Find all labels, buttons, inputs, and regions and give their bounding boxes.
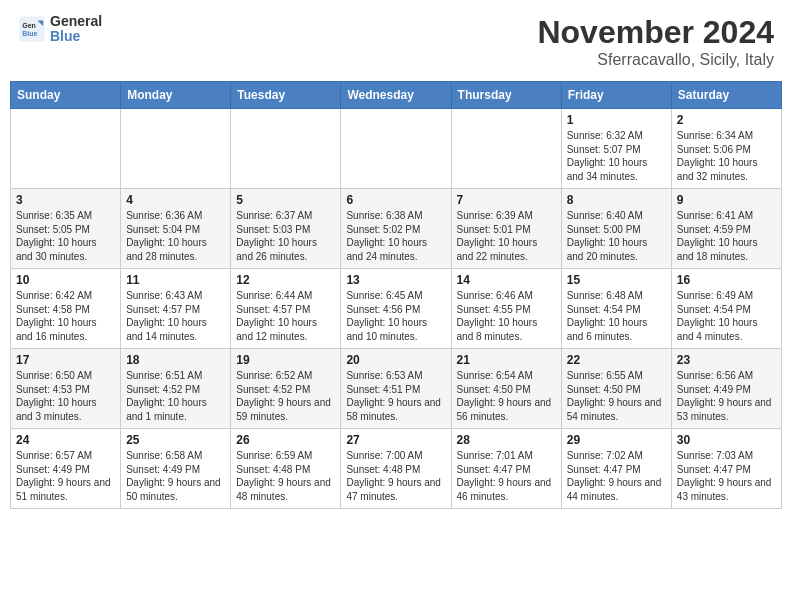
day-number-28: 28 bbox=[457, 433, 556, 447]
calendar-body: 1Sunrise: 6:32 AM Sunset: 5:07 PM Daylig… bbox=[11, 109, 782, 509]
svg-text:Blue: Blue bbox=[22, 30, 37, 37]
day-info-2: Sunrise: 6:34 AM Sunset: 5:06 PM Dayligh… bbox=[677, 129, 776, 183]
calendar-cell-w5-d2: 25Sunrise: 6:58 AM Sunset: 4:49 PM Dayli… bbox=[121, 429, 231, 509]
day-info-17: Sunrise: 6:50 AM Sunset: 4:53 PM Dayligh… bbox=[16, 369, 115, 423]
weekday-header-tuesday: Tuesday bbox=[231, 82, 341, 109]
calendar-cell-w3-d5: 14Sunrise: 6:46 AM Sunset: 4:55 PM Dayli… bbox=[451, 269, 561, 349]
day-info-13: Sunrise: 6:45 AM Sunset: 4:56 PM Dayligh… bbox=[346, 289, 445, 343]
calendar-cell-w2-d7: 9Sunrise: 6:41 AM Sunset: 4:59 PM Daylig… bbox=[671, 189, 781, 269]
day-info-24: Sunrise: 6:57 AM Sunset: 4:49 PM Dayligh… bbox=[16, 449, 115, 503]
day-number-8: 8 bbox=[567, 193, 666, 207]
calendar-cell-w2-d5: 7Sunrise: 6:39 AM Sunset: 5:01 PM Daylig… bbox=[451, 189, 561, 269]
day-info-18: Sunrise: 6:51 AM Sunset: 4:52 PM Dayligh… bbox=[126, 369, 225, 423]
day-number-11: 11 bbox=[126, 273, 225, 287]
day-number-25: 25 bbox=[126, 433, 225, 447]
calendar-table: SundayMondayTuesdayWednesdayThursdayFrid… bbox=[10, 81, 782, 509]
calendar-week-3: 10Sunrise: 6:42 AM Sunset: 4:58 PM Dayli… bbox=[11, 269, 782, 349]
day-info-6: Sunrise: 6:38 AM Sunset: 5:02 PM Dayligh… bbox=[346, 209, 445, 263]
logo-text: General Blue bbox=[50, 14, 102, 45]
calendar-cell-w4-d6: 22Sunrise: 6:55 AM Sunset: 4:50 PM Dayli… bbox=[561, 349, 671, 429]
day-info-3: Sunrise: 6:35 AM Sunset: 5:05 PM Dayligh… bbox=[16, 209, 115, 263]
day-info-10: Sunrise: 6:42 AM Sunset: 4:58 PM Dayligh… bbox=[16, 289, 115, 343]
month-title: November 2024 bbox=[537, 14, 774, 51]
header: Gen Blue General Blue November 2024 Sfer… bbox=[10, 10, 782, 73]
calendar-cell-w3-d4: 13Sunrise: 6:45 AM Sunset: 4:56 PM Dayli… bbox=[341, 269, 451, 349]
day-number-22: 22 bbox=[567, 353, 666, 367]
calendar-cell-w5-d6: 29Sunrise: 7:02 AM Sunset: 4:47 PM Dayli… bbox=[561, 429, 671, 509]
calendar-cell-w5-d7: 30Sunrise: 7:03 AM Sunset: 4:47 PM Dayli… bbox=[671, 429, 781, 509]
day-info-26: Sunrise: 6:59 AM Sunset: 4:48 PM Dayligh… bbox=[236, 449, 335, 503]
calendar-cell-w2-d2: 4Sunrise: 6:36 AM Sunset: 5:04 PM Daylig… bbox=[121, 189, 231, 269]
calendar-cell-w4-d5: 21Sunrise: 6:54 AM Sunset: 4:50 PM Dayli… bbox=[451, 349, 561, 429]
day-number-12: 12 bbox=[236, 273, 335, 287]
calendar-cell-w3-d6: 15Sunrise: 6:48 AM Sunset: 4:54 PM Dayli… bbox=[561, 269, 671, 349]
day-info-5: Sunrise: 6:37 AM Sunset: 5:03 PM Dayligh… bbox=[236, 209, 335, 263]
day-info-19: Sunrise: 6:52 AM Sunset: 4:52 PM Dayligh… bbox=[236, 369, 335, 423]
calendar-cell-w3-d3: 12Sunrise: 6:44 AM Sunset: 4:57 PM Dayli… bbox=[231, 269, 341, 349]
day-info-21: Sunrise: 6:54 AM Sunset: 4:50 PM Dayligh… bbox=[457, 369, 556, 423]
logo: Gen Blue General Blue bbox=[18, 14, 102, 45]
day-info-23: Sunrise: 6:56 AM Sunset: 4:49 PM Dayligh… bbox=[677, 369, 776, 423]
calendar-cell-w2-d1: 3Sunrise: 6:35 AM Sunset: 5:05 PM Daylig… bbox=[11, 189, 121, 269]
day-number-2: 2 bbox=[677, 113, 776, 127]
calendar-cell-w1-d3 bbox=[231, 109, 341, 189]
day-info-11: Sunrise: 6:43 AM Sunset: 4:57 PM Dayligh… bbox=[126, 289, 225, 343]
calendar-cell-w4-d3: 19Sunrise: 6:52 AM Sunset: 4:52 PM Dayli… bbox=[231, 349, 341, 429]
svg-text:Gen: Gen bbox=[22, 22, 36, 29]
logo-icon: Gen Blue bbox=[18, 15, 46, 43]
title-section: November 2024 Sferracavallo, Sicily, Ita… bbox=[537, 14, 774, 69]
day-number-9: 9 bbox=[677, 193, 776, 207]
day-info-16: Sunrise: 6:49 AM Sunset: 4:54 PM Dayligh… bbox=[677, 289, 776, 343]
calendar-cell-w5-d4: 27Sunrise: 7:00 AM Sunset: 4:48 PM Dayli… bbox=[341, 429, 451, 509]
calendar-cell-w4-d2: 18Sunrise: 6:51 AM Sunset: 4:52 PM Dayli… bbox=[121, 349, 231, 429]
day-number-6: 6 bbox=[346, 193, 445, 207]
day-number-10: 10 bbox=[16, 273, 115, 287]
day-number-26: 26 bbox=[236, 433, 335, 447]
weekday-header-friday: Friday bbox=[561, 82, 671, 109]
calendar-cell-w4-d7: 23Sunrise: 6:56 AM Sunset: 4:49 PM Dayli… bbox=[671, 349, 781, 429]
day-number-29: 29 bbox=[567, 433, 666, 447]
day-info-28: Sunrise: 7:01 AM Sunset: 4:47 PM Dayligh… bbox=[457, 449, 556, 503]
weekday-header-monday: Monday bbox=[121, 82, 231, 109]
calendar-cell-w1-d7: 2Sunrise: 6:34 AM Sunset: 5:06 PM Daylig… bbox=[671, 109, 781, 189]
day-info-27: Sunrise: 7:00 AM Sunset: 4:48 PM Dayligh… bbox=[346, 449, 445, 503]
calendar-cell-w1-d6: 1Sunrise: 6:32 AM Sunset: 5:07 PM Daylig… bbox=[561, 109, 671, 189]
location-subtitle: Sferracavallo, Sicily, Italy bbox=[537, 51, 774, 69]
day-number-20: 20 bbox=[346, 353, 445, 367]
day-info-29: Sunrise: 7:02 AM Sunset: 4:47 PM Dayligh… bbox=[567, 449, 666, 503]
calendar-cell-w1-d4 bbox=[341, 109, 451, 189]
day-number-3: 3 bbox=[16, 193, 115, 207]
calendar-week-4: 17Sunrise: 6:50 AM Sunset: 4:53 PM Dayli… bbox=[11, 349, 782, 429]
day-number-17: 17 bbox=[16, 353, 115, 367]
weekday-header-thursday: Thursday bbox=[451, 82, 561, 109]
calendar-cell-w2-d3: 5Sunrise: 6:37 AM Sunset: 5:03 PM Daylig… bbox=[231, 189, 341, 269]
day-number-30: 30 bbox=[677, 433, 776, 447]
day-number-5: 5 bbox=[236, 193, 335, 207]
day-number-13: 13 bbox=[346, 273, 445, 287]
day-info-15: Sunrise: 6:48 AM Sunset: 4:54 PM Dayligh… bbox=[567, 289, 666, 343]
weekday-header-row: SundayMondayTuesdayWednesdayThursdayFrid… bbox=[11, 82, 782, 109]
weekday-header-sunday: Sunday bbox=[11, 82, 121, 109]
calendar-cell-w1-d5 bbox=[451, 109, 561, 189]
calendar-cell-w2-d4: 6Sunrise: 6:38 AM Sunset: 5:02 PM Daylig… bbox=[341, 189, 451, 269]
calendar-cell-w3-d2: 11Sunrise: 6:43 AM Sunset: 4:57 PM Dayli… bbox=[121, 269, 231, 349]
day-number-27: 27 bbox=[346, 433, 445, 447]
day-info-9: Sunrise: 6:41 AM Sunset: 4:59 PM Dayligh… bbox=[677, 209, 776, 263]
day-info-7: Sunrise: 6:39 AM Sunset: 5:01 PM Dayligh… bbox=[457, 209, 556, 263]
calendar-week-2: 3Sunrise: 6:35 AM Sunset: 5:05 PM Daylig… bbox=[11, 189, 782, 269]
calendar-cell-w4-d4: 20Sunrise: 6:53 AM Sunset: 4:51 PM Dayli… bbox=[341, 349, 451, 429]
day-info-25: Sunrise: 6:58 AM Sunset: 4:49 PM Dayligh… bbox=[126, 449, 225, 503]
day-number-24: 24 bbox=[16, 433, 115, 447]
svg-rect-0 bbox=[19, 17, 44, 42]
calendar-cell-w1-d2 bbox=[121, 109, 231, 189]
day-number-15: 15 bbox=[567, 273, 666, 287]
day-info-30: Sunrise: 7:03 AM Sunset: 4:47 PM Dayligh… bbox=[677, 449, 776, 503]
calendar-cell-w5-d1: 24Sunrise: 6:57 AM Sunset: 4:49 PM Dayli… bbox=[11, 429, 121, 509]
day-info-12: Sunrise: 6:44 AM Sunset: 4:57 PM Dayligh… bbox=[236, 289, 335, 343]
day-number-7: 7 bbox=[457, 193, 556, 207]
calendar-cell-w3-d7: 16Sunrise: 6:49 AM Sunset: 4:54 PM Dayli… bbox=[671, 269, 781, 349]
logo-blue-text: Blue bbox=[50, 29, 102, 44]
calendar-cell-w4-d1: 17Sunrise: 6:50 AM Sunset: 4:53 PM Dayli… bbox=[11, 349, 121, 429]
day-info-22: Sunrise: 6:55 AM Sunset: 4:50 PM Dayligh… bbox=[567, 369, 666, 423]
calendar-cell-w5-d5: 28Sunrise: 7:01 AM Sunset: 4:47 PM Dayli… bbox=[451, 429, 561, 509]
